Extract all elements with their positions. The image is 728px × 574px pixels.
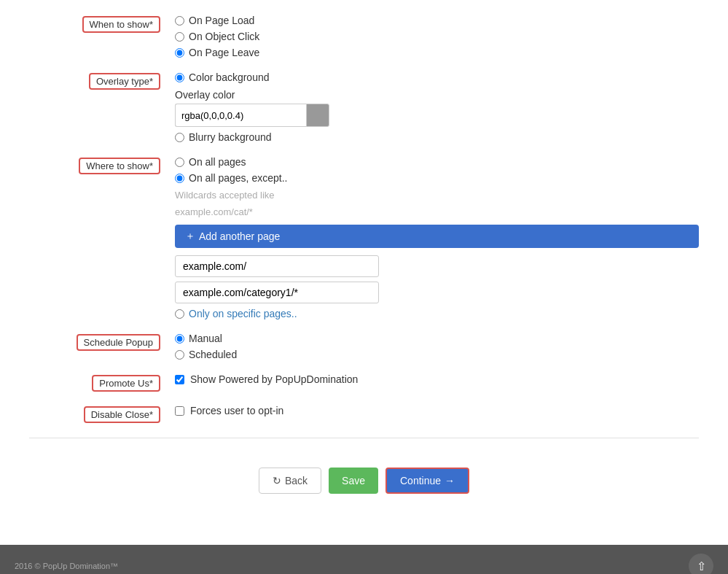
- when-to-show-fields: On Page Load On Object Click On Page Lea…: [175, 15, 699, 58]
- radio-all-pages-input[interactable]: [175, 158, 184, 167]
- radio-all-pages-label: On all pages: [189, 156, 246, 168]
- scroll-top-icon: ⇧: [697, 559, 706, 573]
- promote-us-checkbox-row[interactable]: Show Powered by PopUpDomination: [175, 373, 699, 385]
- where-to-show-section: Where to show* On all pages On all pages…: [29, 156, 699, 319]
- radio-all-except-label: On all pages, except..: [189, 172, 287, 184]
- page-input-2[interactable]: [175, 282, 379, 303]
- radio-on-page-leave[interactable]: On Page Leave: [175, 47, 699, 58]
- promote-us-checkbox[interactable]: [175, 375, 184, 384]
- radio-all-pages[interactable]: On all pages: [175, 156, 699, 168]
- radio-scheduled-input[interactable]: [175, 350, 184, 360]
- where-to-show-label-col: Where to show*: [29, 156, 175, 174]
- radio-scheduled[interactable]: Scheduled: [175, 349, 699, 360]
- overlay-color-label: Overlay color: [175, 89, 699, 101]
- disable-close-label: Disable Close*: [84, 406, 160, 423]
- radio-color-bg[interactable]: Color background: [175, 71, 699, 83]
- radio-specific-pages-label: Only on specific pages..: [189, 308, 297, 319]
- radio-manual-label: Manual: [189, 333, 222, 344]
- radio-object-click-label: On Object Click: [189, 31, 259, 42]
- radio-page-load-input[interactable]: [175, 16, 184, 26]
- radio-on-page-load[interactable]: On Page Load: [175, 15, 699, 26]
- main-content: When to show* On Page Load On Object Cli…: [0, 0, 728, 545]
- promote-us-fields: Show Powered by PopUpDomination: [175, 373, 699, 385]
- footer-copyright: 2016 © PopUp Domination™: [15, 562, 118, 570]
- continue-button-label: Continue: [400, 475, 441, 486]
- promote-us-label-col: Promote Us*: [29, 373, 175, 392]
- divider: [29, 438, 699, 438]
- radio-blurry-bg-label: Blurry background: [189, 131, 272, 143]
- promote-us-section: Promote Us* Show Powered by PopUpDominat…: [29, 373, 699, 392]
- back-icon: ↻: [273, 475, 281, 486]
- wildcards-hint2: example.com/cat/*: [175, 206, 699, 217]
- back-button-label: Back: [285, 475, 308, 486]
- radio-specific-pages-input[interactable]: [175, 309, 184, 319]
- promote-us-label: Promote Us*: [92, 375, 160, 392]
- disable-close-label-col: Disable Close*: [29, 405, 175, 423]
- wildcards-hint1: Wildcards accepted like: [175, 190, 699, 201]
- overlay-type-label-col: Overlay type*: [29, 71, 175, 90]
- radio-color-bg-label: Color background: [189, 71, 270, 83]
- radio-scheduled-label: Scheduled: [189, 349, 237, 360]
- overlay-type-fields: Color background Overlay color Blurry ba…: [175, 71, 699, 143]
- save-button[interactable]: Save: [329, 468, 378, 494]
- disable-close-checkbox-label: Forces user to opt-in: [190, 405, 283, 416]
- radio-page-leave-label: On Page Leave: [189, 47, 259, 58]
- overlay-type-label: Overlay type*: [89, 73, 160, 90]
- disable-close-fields: Forces user to opt-in: [175, 405, 699, 416]
- radio-all-except-input[interactable]: [175, 174, 184, 183]
- disable-close-checkbox-row[interactable]: Forces user to opt-in: [175, 405, 699, 416]
- when-to-show-section: When to show* On Page Load On Object Cli…: [29, 15, 699, 58]
- where-to-show-fields: On all pages On all pages, except.. Wild…: [175, 156, 699, 319]
- scroll-top-button[interactable]: ⇧: [689, 554, 713, 574]
- radio-object-click-input[interactable]: [175, 32, 184, 42]
- radio-manual[interactable]: Manual: [175, 333, 699, 344]
- footer-actions: ↻ Back Save Continue →: [29, 453, 699, 516]
- radio-page-leave-input[interactable]: [175, 48, 184, 58]
- radio-on-object-click[interactable]: On Object Click: [175, 31, 699, 42]
- radio-color-bg-input[interactable]: [175, 73, 184, 82]
- when-to-show-label: When to show*: [82, 16, 160, 33]
- overlay-type-section: Overlay type* Color background Overlay c…: [29, 71, 699, 143]
- disable-close-section: Disable Close* Forces user to opt-in: [29, 405, 699, 423]
- radio-page-load-label: On Page Load: [189, 15, 254, 26]
- schedule-popup-label: Schedule Popup: [77, 334, 160, 351]
- radio-all-except[interactable]: On all pages, except..: [175, 172, 699, 184]
- radio-specific-pages[interactable]: Only on specific pages..: [175, 308, 699, 319]
- page-input-1[interactable]: [175, 255, 379, 277]
- plus-icon: ＋: [185, 230, 195, 243]
- promote-us-checkbox-label: Show Powered by PopUpDomination: [190, 373, 358, 385]
- where-to-show-label: Where to show*: [79, 158, 160, 174]
- page-footer: 2016 © PopUp Domination™ ⇧: [0, 545, 728, 574]
- color-swatch[interactable]: [306, 104, 329, 127]
- radio-blurry-bg[interactable]: Blurry background: [175, 131, 699, 143]
- overlay-color-row: Overlay color: [175, 89, 699, 127]
- add-another-page-button[interactable]: ＋ Add another page: [175, 225, 699, 248]
- save-button-label: Save: [342, 475, 365, 486]
- continue-arrow-icon: →: [445, 475, 455, 486]
- when-to-show-label-col: When to show*: [29, 15, 175, 33]
- disable-close-checkbox[interactable]: [175, 406, 184, 416]
- page-wrapper: When to show* On Page Load On Object Cli…: [0, 0, 728, 574]
- overlay-color-input[interactable]: [175, 104, 306, 127]
- overlay-color-input-row: [175, 104, 699, 127]
- back-button[interactable]: ↻ Back: [259, 468, 321, 494]
- schedule-popup-section: Schedule Popup Manual Scheduled: [29, 333, 699, 360]
- schedule-popup-label-col: Schedule Popup: [29, 333, 175, 351]
- add-page-btn-label: Add another page: [199, 230, 280, 242]
- radio-manual-input[interactable]: [175, 334, 184, 344]
- schedule-popup-fields: Manual Scheduled: [175, 333, 699, 360]
- continue-button[interactable]: Continue →: [385, 468, 469, 494]
- radio-blurry-bg-input[interactable]: [175, 133, 184, 142]
